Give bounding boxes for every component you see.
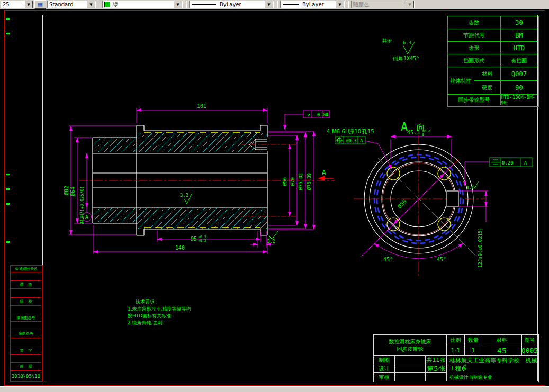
- rev-row-label: 描图: [11, 281, 41, 289]
- color-value: 绿: [111, 1, 120, 8]
- grid-icon: ▦: [38, 1, 43, 8]
- dim-4538-dn: 0: [422, 133, 424, 137]
- rev-row-label: 旧底图总号: [11, 314, 41, 322]
- linetype-value: ByLayer: [218, 2, 243, 7]
- toolbar-separator: [185, 1, 187, 8]
- title-line1: 数控滑枕床身铣床: [389, 338, 431, 345]
- title-block: 数控滑枕床身铣床 同步皮带轮 比例 数量 材料 图号 1:1 1 45 Q005…: [373, 334, 539, 382]
- drawing-title: 数控滑枕床身铣床 同步皮带轮: [374, 335, 447, 356]
- chevron-down-icon: ▼: [406, 1, 414, 8]
- school-cell: 桂林航天工业高等专科学校 机械工程系 机械设计与制造专业: [447, 356, 537, 381]
- color-swatch-icon: [104, 2, 110, 7]
- toolbar: 25 ▼ ▦ Standard ▼ 绿 ▼ ByLayer ▼ ByLayer …: [0, 0, 549, 9]
- value-material: 45: [482, 345, 522, 356]
- view-arrow-label: A: [322, 168, 326, 176]
- dim-101: 101: [197, 103, 206, 109]
- symmetry-value: 0.20: [502, 160, 514, 166]
- dim-4538-nom: 45.3: [407, 130, 420, 135]
- spec-value: 30: [501, 16, 537, 29]
- sheet-blank: [426, 373, 447, 381]
- rev-row-empty: [11, 272, 41, 281]
- runout-datum: A: [325, 112, 328, 117]
- plotstyle-combo: 随颜色 ▼: [351, 1, 415, 8]
- text-style-value: Standard: [48, 2, 75, 7]
- dim-95-nom: 95: [191, 236, 197, 242]
- chevron-down-icon[interactable]: ▼: [265, 1, 273, 8]
- style-manager-button[interactable]: ▦: [34, 0, 46, 9]
- lineweight-value: ByLayer: [301, 2, 326, 7]
- spec-value: 90: [501, 81, 537, 95]
- dim-140: 140: [175, 245, 185, 251]
- value-dwgno: Q005: [522, 345, 537, 356]
- notes-title: 技术要求: [135, 299, 155, 304]
- role-designed-name: [395, 364, 426, 373]
- header-qty: 数量: [465, 335, 482, 345]
- role-checked: 审核: [374, 373, 395, 381]
- lineweight-combo[interactable]: ByLayer ▼: [280, 1, 345, 8]
- symmetry-datum: A: [524, 160, 527, 166]
- rev-row-label: 底图总号: [11, 330, 41, 338]
- color-combo[interactable]: 绿 ▼: [102, 1, 183, 8]
- header-dwgno: 图号: [522, 335, 537, 345]
- surface-keyway: 3.2: [467, 186, 474, 190]
- role-drawn-name: [395, 356, 426, 364]
- text-style-combo[interactable]: Standard ▼: [47, 1, 96, 8]
- rev-row-label: 签字: [11, 347, 41, 355]
- surface-mid: 3.2: [180, 193, 188, 198]
- revision-strip: 借(通)用件登记 描图 描校 旧底图总号 底图总号 签字 日期 2010\05\…: [10, 265, 43, 382]
- angle-right: 45°: [437, 257, 446, 262]
- dim-7639: Ø76.39: [307, 173, 312, 190]
- spec-label: 材料: [474, 67, 501, 81]
- spec-label: 节距代号: [448, 29, 501, 42]
- chevron-down-icon[interactable]: ▼: [336, 1, 344, 8]
- status-bar[interactable]: 558.4: [0, 386, 549, 392]
- rev-row-label: 日期: [11, 363, 41, 371]
- major-name: 机械设计与制造专业: [449, 374, 492, 381]
- dim-70: Ø70: [290, 177, 295, 186]
- spec-value: BM: [501, 29, 537, 42]
- layer-combo[interactable]: 25 ▼: [1, 1, 33, 8]
- rev-row-empty: [11, 289, 41, 298]
- holes-note-1: 4-M6-6H深10: [327, 129, 361, 134]
- value-qty: 1: [465, 345, 482, 356]
- lineweight-sample-icon: [283, 4, 299, 5]
- toolbar-separator: [98, 1, 100, 8]
- layer-combo-value: 25: [1, 2, 11, 7]
- chamfer-note: 倒角1X45°: [392, 56, 419, 61]
- header-material: 材料: [482, 335, 522, 345]
- rev-date: 2010\05\10: [11, 371, 41, 381]
- angle-left: 45°: [383, 257, 393, 262]
- spec-value: HTD: [501, 42, 537, 54]
- rev-row-label: 描校: [11, 298, 41, 306]
- dim-bore: Ø42H7(+0.025/0): [79, 186, 85, 224]
- notes-line1: 1.未注齿形尺寸,精度等级等均: [128, 306, 191, 312]
- runout-symbol-icon: ↗: [307, 112, 310, 117]
- toolbar-separator: [347, 1, 349, 8]
- title-line2: 同步皮带轮: [397, 345, 424, 353]
- rev-row-empty: [11, 355, 41, 363]
- dim-82: Ø82: [64, 186, 69, 195]
- spec-table: 齿数 30 节距代号 BM 齿形 HTD 挡圈形式 有挡圈 轮体特性 材料 Q0…: [447, 16, 539, 107]
- spec-group-label: 轮体特性: [448, 67, 474, 95]
- datum-a-label: A: [85, 214, 88, 220]
- role-drawn: 制图: [374, 356, 395, 364]
- holes-note-2: 孔15: [362, 129, 374, 134]
- rev-row-label: 借(通)用件登记: [11, 266, 41, 272]
- chevron-down-icon[interactable]: ▼: [24, 1, 33, 8]
- dim-7502: Ø75.02: [298, 173, 303, 190]
- spec-label: 齿数: [448, 16, 501, 29]
- plotstyle-value: 随颜色: [352, 1, 371, 8]
- spec-model-label: 同步带轮型号: [448, 95, 501, 105]
- spec-label: 硬度: [474, 81, 501, 95]
- chevron-down-icon[interactable]: ▼: [174, 1, 182, 8]
- role-designed: 设计: [374, 364, 395, 373]
- toolbar-separator: [276, 1, 278, 8]
- school-name: 桂林航天工业高等专科学校: [449, 357, 519, 364]
- spec-value: 有挡圈: [501, 54, 537, 67]
- sheet-no: 第5张: [426, 364, 447, 373]
- surface-right: 3.2: [267, 239, 275, 244]
- chevron-down-icon[interactable]: ▼: [87, 1, 95, 8]
- linetype-combo[interactable]: ByLayer ▼: [189, 1, 274, 8]
- position-datum: A: [360, 138, 363, 143]
- notes-line3: 2.锐角倒钝,去刺.: [128, 320, 164, 325]
